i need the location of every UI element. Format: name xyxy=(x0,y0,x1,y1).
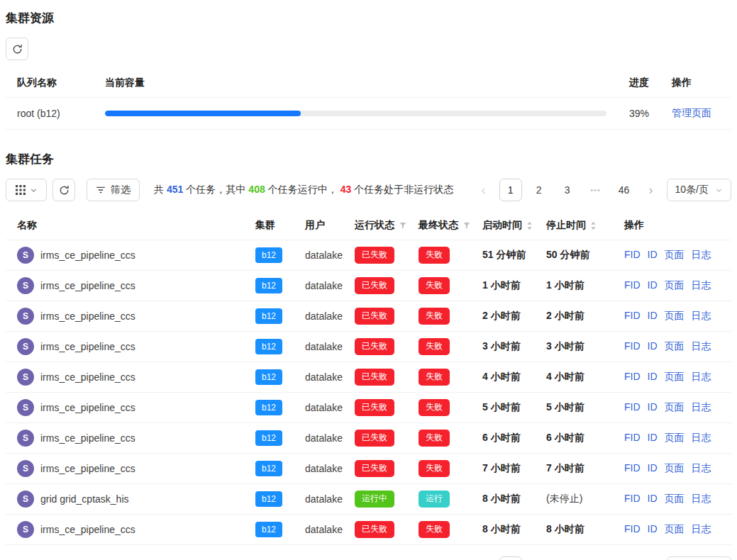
table-row: S irms_ce_pipeline_ccs b12 datalake 已失败 … xyxy=(6,240,731,271)
fid-link[interactable]: FID xyxy=(624,462,641,474)
page-link[interactable]: 页面 xyxy=(665,401,685,413)
fid-link[interactable]: FID xyxy=(624,493,641,504)
tasks-refresh-button[interactable] xyxy=(52,179,75,201)
id-link[interactable]: ID xyxy=(648,401,658,413)
id-link[interactable]: ID xyxy=(648,432,658,443)
task-name-cell: S irms_ce_pipeline_ccs xyxy=(17,521,233,538)
fid-link[interactable]: FID xyxy=(624,523,641,534)
col-final-status-label: 最终状态 xyxy=(419,219,458,232)
id-link[interactable]: ID xyxy=(648,493,658,504)
fid-link[interactable]: FID xyxy=(624,279,641,291)
tasks-pagination-top: ‹ 123•••46 › 10条/页 xyxy=(474,179,731,201)
page-link[interactable]: 页面 xyxy=(665,340,685,352)
log-link[interactable]: 日志 xyxy=(692,371,711,382)
start-time: 7 小时前 xyxy=(482,462,521,474)
queue-name: root (b12) xyxy=(17,108,60,119)
grid-icon xyxy=(16,185,26,195)
col-resource-actions: 操作 xyxy=(660,69,731,98)
fid-link[interactable]: FID xyxy=(624,401,641,413)
pagination-page-3[interactable]: 3 xyxy=(556,556,579,560)
page-link[interactable]: 页面 xyxy=(665,523,685,534)
final-status-badge: 失败 xyxy=(419,308,450,324)
user-name: datalake xyxy=(305,463,343,474)
filter-button[interactable]: 筛选 xyxy=(87,179,140,201)
fid-link[interactable]: FID xyxy=(624,371,641,382)
cluster-tasks-section: 集群任务 筛选 共451个任务，其中408个任务运行中，43个任务处于非运行状态 xyxy=(6,151,731,560)
page-link[interactable]: 页面 xyxy=(665,432,685,443)
page-link[interactable]: 页面 xyxy=(665,493,685,504)
page-link[interactable]: 页面 xyxy=(665,462,685,474)
progress-fill xyxy=(105,111,301,116)
sorter-icon[interactable] xyxy=(526,221,533,230)
run-status-badge: 已失败 xyxy=(355,460,394,476)
manage-page-link[interactable]: 管理页面 xyxy=(672,107,711,118)
start-time: 2 小时前 xyxy=(482,310,521,321)
pagination-page-2[interactable]: 2 xyxy=(528,179,550,201)
task-name: irms_ce_pipeline_ccs xyxy=(40,341,135,352)
log-link[interactable]: 日志 xyxy=(692,340,711,352)
page-link[interactable]: 页面 xyxy=(665,279,685,291)
pagination-page-2[interactable]: 2 xyxy=(528,556,550,560)
id-link[interactable]: ID xyxy=(648,279,658,291)
log-link[interactable]: 日志 xyxy=(692,310,711,321)
id-link[interactable]: ID xyxy=(648,462,658,474)
cluster-badge: b12 xyxy=(255,522,282,537)
pagination-ellipsis: ••• xyxy=(584,556,607,560)
col-run-status: 运行状态 xyxy=(343,211,407,240)
log-link[interactable]: 日志 xyxy=(692,493,711,504)
sorter-icon[interactable] xyxy=(590,221,597,230)
page-link[interactable]: 页面 xyxy=(665,310,685,321)
col-run-status-label: 运行状态 xyxy=(355,219,394,232)
filter-lines-icon xyxy=(96,185,106,195)
pagination-page-3[interactable]: 3 xyxy=(556,179,579,201)
final-status-badge: 失败 xyxy=(419,460,450,476)
log-link[interactable]: 日志 xyxy=(692,401,711,413)
pagination-prev-button[interactable]: ‹ xyxy=(474,556,494,560)
tasks-toolbar: 筛选 共451个任务，其中408个任务运行中，43个任务处于非运行状态 ‹ 12… xyxy=(6,179,731,201)
fid-link[interactable]: FID xyxy=(624,340,641,352)
task-name-cell: S irms_ce_pipeline_ccs xyxy=(17,338,233,355)
failed-count: 43 xyxy=(340,184,352,195)
pagination-page-1[interactable]: 1 xyxy=(499,179,522,201)
pagination-next-button[interactable]: › xyxy=(641,179,661,201)
final-status-badge: 失败 xyxy=(419,277,450,293)
fid-link[interactable]: FID xyxy=(624,432,641,443)
pagination-next-button[interactable]: › xyxy=(641,556,661,560)
log-link[interactable]: 日志 xyxy=(692,249,711,260)
id-link[interactable]: ID xyxy=(648,523,658,534)
pagination-page-46[interactable]: 46 xyxy=(613,179,636,201)
start-time: 8 小时前 xyxy=(482,493,521,504)
fid-link[interactable]: FID xyxy=(624,310,641,321)
stop-time: 8 小时前 xyxy=(546,523,584,534)
task-name: irms_ce_pipeline_ccs xyxy=(40,432,135,444)
pagination-page-1[interactable]: 1 xyxy=(499,556,522,560)
filter-icon[interactable] xyxy=(399,221,407,230)
grid-view-dropdown-button[interactable] xyxy=(6,179,47,201)
stop-time: 50 分钟前 xyxy=(546,249,589,260)
log-link[interactable]: 日志 xyxy=(692,462,711,474)
page-size-select[interactable]: 10条/页 xyxy=(667,556,731,560)
run-status-badge: 已失败 xyxy=(355,430,394,446)
cluster-resources-title: 集群资源 xyxy=(6,10,731,26)
id-link[interactable]: ID xyxy=(648,249,658,260)
page-link[interactable]: 页面 xyxy=(665,371,685,382)
avatar: S xyxy=(17,430,34,447)
id-link[interactable]: ID xyxy=(648,340,658,352)
task-name-cell: S irms_ce_pipeline_ccs xyxy=(17,277,233,294)
fid-link[interactable]: FID xyxy=(624,249,641,260)
log-link[interactable]: 日志 xyxy=(692,523,711,534)
log-link[interactable]: 日志 xyxy=(692,432,711,443)
start-time: 3 小时前 xyxy=(482,340,521,352)
pagination-page-46[interactable]: 46 xyxy=(613,556,636,560)
id-link[interactable]: ID xyxy=(648,371,658,382)
page-size-select[interactable]: 10条/页 xyxy=(667,179,731,201)
filter-icon[interactable] xyxy=(462,221,471,230)
page-link[interactable]: 页面 xyxy=(665,249,685,260)
pagination-prev-button[interactable]: ‹ xyxy=(474,179,494,201)
resources-refresh-button[interactable] xyxy=(6,38,28,60)
task-name: irms_ce_pipeline_ccs xyxy=(40,371,135,383)
cluster-badge: b12 xyxy=(255,369,282,385)
log-link[interactable]: 日志 xyxy=(692,279,711,291)
cluster-badge: b12 xyxy=(255,247,282,263)
id-link[interactable]: ID xyxy=(648,310,658,321)
